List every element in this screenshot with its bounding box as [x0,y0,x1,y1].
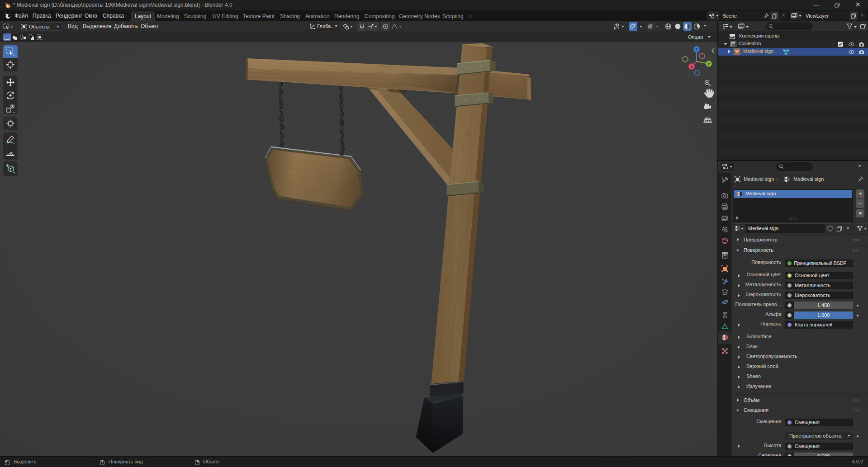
svg-text:Y: Y [707,62,710,66]
svg-text:Z: Z [695,47,698,52]
svg-text:X: X [690,65,693,69]
